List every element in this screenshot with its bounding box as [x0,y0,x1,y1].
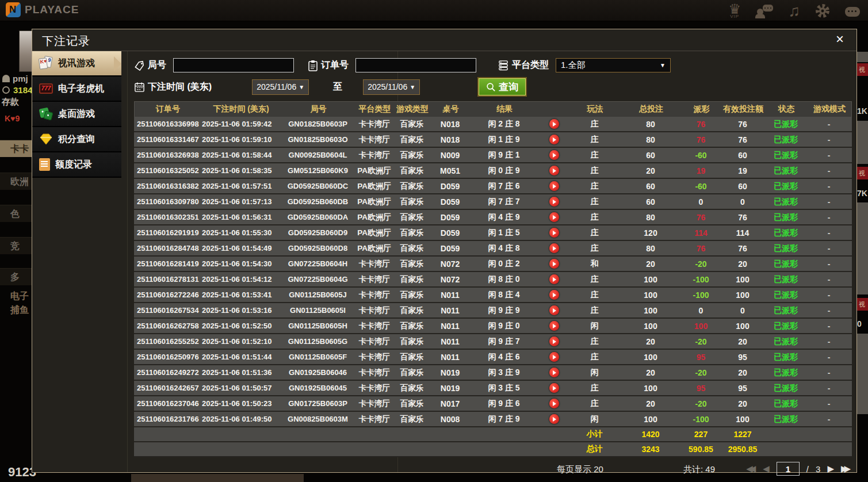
play-video-icon[interactable] [549,150,559,160]
table-cell-result: 闲 8 庄 0 [469,272,538,286]
play-video-icon[interactable] [549,135,559,144]
result-cell-play [538,179,570,193]
table-cell-result: 闲 2 庄 8 [469,117,538,131]
play-video-icon[interactable] [549,228,559,238]
table-cell-time: 2025-11-06 01:57:51 [201,179,280,193]
table-cell-game: 百家乐 [393,272,431,286]
customer-service-icon[interactable] [756,3,773,18]
table-cell-payout: 95 [682,350,720,364]
date-from-select[interactable]: 2025/11/06 ▼ [252,79,309,95]
play-video-icon[interactable] [549,166,559,175]
sidebar-item-quota-records[interactable]: 额度记录 [32,152,121,178]
table-cell-payout: -100 [682,288,720,302]
play-video-icon[interactable] [549,321,559,331]
play-video-icon[interactable] [549,383,559,393]
close-icon[interactable]: × [836,32,844,46]
chat-icon[interactable] [845,7,860,17]
search-button[interactable]: 查询 [479,78,526,95]
result-cell-play [538,272,570,286]
sidebar-item-slots[interactable]: 777 电子老虎机 [32,76,121,102]
last-page-icon[interactable]: ▶▶ [841,464,851,474]
table-cell-total: 100 [619,412,682,426]
page-number-input[interactable] [777,462,800,476]
play-video-icon[interactable] [549,181,559,191]
first-page-icon[interactable]: ◀◀ [746,464,756,474]
table-cell-mode: - [806,148,852,162]
table-cell-mode: - [806,381,852,395]
play-video-icon[interactable] [549,274,559,284]
order-number-input[interactable] [355,58,476,72]
table-cell-play: 庄 [570,288,619,302]
table-cell-platform: PA欧洲厅 [355,163,393,178]
search-icon [486,82,496,92]
date-to-select[interactable]: 2025/11/06 ▼ [363,79,420,95]
table-cell-platform: 卡卡湾厅 [355,132,393,147]
gem-icon [39,133,53,145]
table-cell-table: D059 [431,225,469,240]
play-video-icon[interactable] [549,119,559,129]
play-video-icon[interactable] [549,336,559,346]
table-cell-time: 2025-11-06 01:53:41 [201,288,280,302]
table-row: 2511060162781312025-11-06 01:54:12GN0722… [134,272,852,288]
right-fragments: 视 1K 视 7K 视 0 [856,52,868,454]
play-video-icon[interactable] [549,212,559,222]
play-video-icon[interactable] [549,414,559,424]
table-row: 2511060162509762025-11-06 01:51:44GN0112… [134,350,852,365]
table-cell-platform: 卡卡湾厅 [355,334,393,349]
table-cell-round: GM05125B060K9 [280,163,355,178]
pagination-bar: 每页显示 20 共计: 49 ◀◀ ◀ / 3 ▶ ▶▶ [134,461,851,478]
next-page-icon[interactable]: ▶ [827,464,834,474]
table-cell-status: 已派彩 [766,194,806,209]
result-cell-play [538,241,570,255]
table-cell-valid: 20 [720,365,766,380]
table-cell-result: 闲 9 庄 6 [469,396,538,411]
table-row: 2511060163023512025-11-06 01:56:31GD0592… [134,210,852,225]
table-cell-platform: PA欧洲厅 [355,179,393,193]
sidebar-item-label: 视讯游戏 [58,58,95,70]
table-cell-round: GN01125B0605G [280,334,355,349]
table-cell-total: 100 [619,288,682,302]
table-cell-time: 2025-11-06 01:49:50 [201,412,280,426]
table-cell-game: 百家乐 [393,350,431,364]
table-cell-time: 2025-11-06 01:52:10 [201,334,280,349]
sidebar-item-table-games[interactable]: 桌面游戏 [32,102,121,127]
lobby-tab-kk: 卡卡 [0,140,32,157]
table-cell-payout: -20 [682,257,720,271]
sidebar-item-video-games[interactable]: 9K♥ 视讯游戏 [32,51,121,76]
table-cell-platform: PA欧洲厅 [355,225,393,240]
sidebar-item-points-query[interactable]: 积分查询 [32,127,121,152]
platform-type-select[interactable]: 1.全部 ▼ [556,58,671,72]
table-cell-game: 百家乐 [393,381,431,395]
play-video-icon[interactable] [549,259,559,269]
play-video-icon[interactable] [549,399,559,408]
table-cell-play: 庄 [570,179,619,193]
table-cell-mode: - [806,350,852,364]
subtotal-valid-bet: 1227 [720,427,766,441]
play-video-icon[interactable] [549,243,559,253]
play-video-icon[interactable] [549,197,559,206]
table-cell-status: 已派彩 [766,319,806,333]
play-video-icon[interactable] [549,352,559,362]
gear-icon[interactable] [815,3,830,18]
page-separator: / [806,464,809,474]
table-cell-order: 251106016237046 [134,396,201,411]
play-video-icon[interactable] [549,290,559,300]
table-cell-order: 251106016250976 [134,350,201,364]
vip-icon[interactable]: ♛VIP [728,2,741,19]
table-row: 2511060162919192025-11-06 01:55:30GD0592… [134,225,852,241]
platform-type-value: 1.全部 [561,60,586,71]
table-cell-table: D059 [431,194,469,209]
table-row: 2511060162317662025-11-06 01:49:50GN0082… [134,412,852,427]
table-cell-order: 251106016325052 [134,163,201,178]
table-header-row: 订单号下注时间 (美东)局号平台类型游戏类型桌号结果玩法总投注派彩有效投注额状态… [134,101,852,117]
music-icon[interactable]: ♫ [788,3,800,19]
table-cell-status: 已派彩 [766,381,806,395]
table-cell-platform: 卡卡湾厅 [355,257,393,271]
chevron-down-icon: ▼ [410,84,415,90]
table-cell-order: 251106016331467 [134,132,201,147]
round-number-input[interactable] [173,58,294,72]
prev-page-icon[interactable]: ◀ [763,464,770,474]
play-video-icon[interactable] [549,368,559,377]
table-cell-valid: 19 [720,163,766,178]
play-video-icon[interactable] [549,305,559,315]
